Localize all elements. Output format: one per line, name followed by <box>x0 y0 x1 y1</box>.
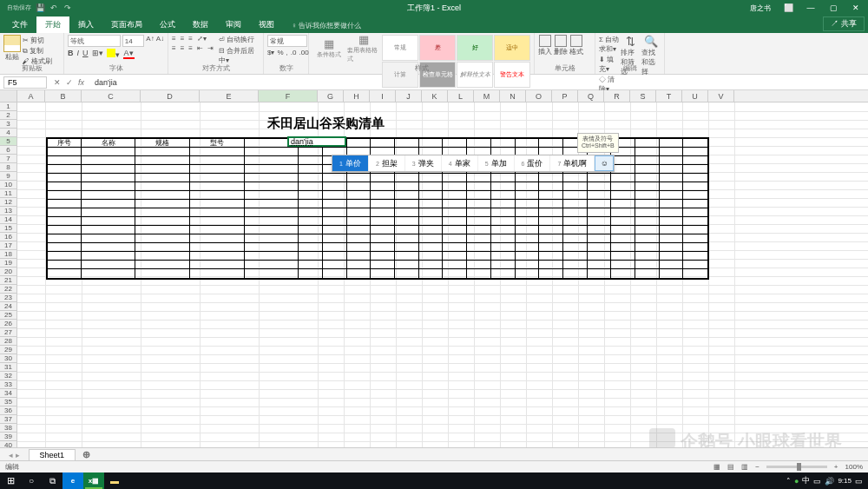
ime-icon[interactable]: 中 <box>802 475 810 486</box>
table-cell[interactable] <box>611 191 635 199</box>
minimize-button[interactable]: — <box>800 0 821 16</box>
table-cell[interactable] <box>347 226 372 234</box>
table-cell[interactable] <box>539 139 563 147</box>
table-cell[interactable] <box>516 235 540 242</box>
table-cell[interactable] <box>419 235 444 242</box>
row-header-36[interactable]: 36 <box>0 406 16 415</box>
table-cell[interactable] <box>245 148 299 155</box>
table-cell[interactable] <box>245 217 299 225</box>
table-cell[interactable] <box>516 226 540 234</box>
table-cell[interactable] <box>135 269 190 278</box>
table-cell[interactable]: 序号 <box>48 139 82 147</box>
table-cell[interactable] <box>323 269 347 278</box>
table-cell[interactable] <box>563 217 588 225</box>
underline-button[interactable]: U <box>82 49 89 59</box>
table-cell[interactable] <box>190 208 245 216</box>
table-cell[interactable] <box>539 200 563 208</box>
table-cell[interactable] <box>395 217 419 225</box>
table-cell[interactable] <box>563 182 588 190</box>
table-cell[interactable] <box>611 217 635 225</box>
table-cell[interactable] <box>82 217 136 225</box>
table-cell[interactable] <box>347 174 372 182</box>
volume-icon[interactable]: 🔊 <box>825 477 834 486</box>
table-cell[interactable] <box>371 191 395 199</box>
table-cell[interactable] <box>467 208 491 216</box>
table-cell[interactable] <box>323 235 347 242</box>
table-cell[interactable] <box>467 217 491 225</box>
row-header-23[interactable]: 23 <box>0 294 16 302</box>
col-header-C[interactable]: C <box>82 90 141 102</box>
table-cell[interactable] <box>611 200 635 208</box>
maximize-button[interactable]: ▢ <box>823 0 844 16</box>
table-cell[interactable] <box>588 235 612 242</box>
row-header-26[interactable]: 26 <box>0 320 16 328</box>
find-select-button[interactable]: 🔍查找和选择 <box>641 35 661 76</box>
select-all-button[interactable] <box>0 90 17 102</box>
table-cell[interactable] <box>48 191 82 199</box>
table-cell[interactable] <box>419 226 444 234</box>
delete-cells-button[interactable]: 删除 <box>554 35 568 56</box>
table-cell[interactable] <box>371 261 395 268</box>
table-cell[interactable] <box>683 208 707 216</box>
increase-decimal-icon[interactable]: .0 <box>291 49 297 56</box>
table-cell[interactable] <box>299 148 323 155</box>
table-cell[interactable] <box>395 208 419 216</box>
cell-style-good[interactable]: 好 <box>457 35 493 61</box>
table-cell[interactable] <box>190 252 245 260</box>
tab-layout[interactable]: 页面布局 <box>102 17 151 33</box>
table-cell[interactable] <box>419 200 444 208</box>
col-header-I[interactable]: I <box>370 90 396 102</box>
table-cell[interactable] <box>683 269 707 278</box>
table-cell[interactable] <box>190 156 245 164</box>
tab-formulas[interactable]: 公式 <box>151 17 184 33</box>
table-cell[interactable] <box>491 174 516 182</box>
table-cell[interactable] <box>491 208 516 216</box>
autosum-button[interactable]: Σ 自动求和▾ <box>599 35 619 54</box>
table-cell[interactable] <box>245 269 299 278</box>
row-header-9[interactable]: 9 <box>0 172 16 181</box>
table-cell[interactable] <box>635 148 660 155</box>
row-header-37[interactable]: 37 <box>0 415 16 424</box>
row-header-28[interactable]: 28 <box>0 337 16 346</box>
row-header-31[interactable]: 31 <box>0 363 16 372</box>
table-cell[interactable] <box>299 261 323 268</box>
ime-candidate-2[interactable]: 2担架 <box>369 155 405 171</box>
file-explorer-icon[interactable]: ▬ <box>104 472 125 489</box>
copy-button[interactable]: ⧉ 复制 <box>23 46 52 56</box>
table-cell[interactable] <box>443 235 467 242</box>
table-cell[interactable] <box>371 235 395 242</box>
table-cell[interactable] <box>299 156 323 164</box>
table-cell[interactable] <box>82 252 136 260</box>
table-cell[interactable] <box>588 243 612 251</box>
name-box[interactable]: F5 <box>3 76 47 89</box>
table-cell[interactable] <box>491 269 516 278</box>
table-cell[interactable] <box>491 235 516 242</box>
tab-file[interactable]: 文件 <box>3 17 36 33</box>
table-cell[interactable] <box>135 243 190 251</box>
view-normal-icon[interactable]: ▦ <box>713 463 720 471</box>
ime-candidate-7[interactable]: 7单机啊 <box>550 155 595 171</box>
table-cell[interactable] <box>516 208 540 216</box>
table-cell[interactable] <box>635 191 660 199</box>
conditional-format-button[interactable]: ▦条件格式 <box>312 35 345 61</box>
table-cell[interactable] <box>323 226 347 234</box>
table-cell[interactable] <box>588 217 612 225</box>
table-cell[interactable] <box>660 174 684 182</box>
row-header-7[interactable]: 7 <box>0 155 16 163</box>
tray-up-icon[interactable]: ˄ <box>786 477 791 486</box>
row-header-10[interactable]: 10 <box>0 181 16 189</box>
table-cell[interactable] <box>48 208 82 216</box>
table-cell[interactable] <box>299 226 323 234</box>
tab-home[interactable]: 开始 <box>36 17 69 33</box>
table-cell[interactable] <box>48 261 82 268</box>
row-header-32[interactable]: 32 <box>0 372 16 380</box>
table-cell[interactable] <box>443 139 467 147</box>
table-cell[interactable] <box>48 148 82 155</box>
col-header-L[interactable]: L <box>448 90 474 102</box>
table-cell[interactable] <box>491 226 516 234</box>
table-cell[interactable] <box>660 191 684 199</box>
number-format-select[interactable]: 常规 <box>267 35 307 47</box>
table-cell[interactable] <box>539 235 563 242</box>
table-cell[interactable] <box>660 139 684 147</box>
row-header-8[interactable]: 8 <box>0 163 16 172</box>
